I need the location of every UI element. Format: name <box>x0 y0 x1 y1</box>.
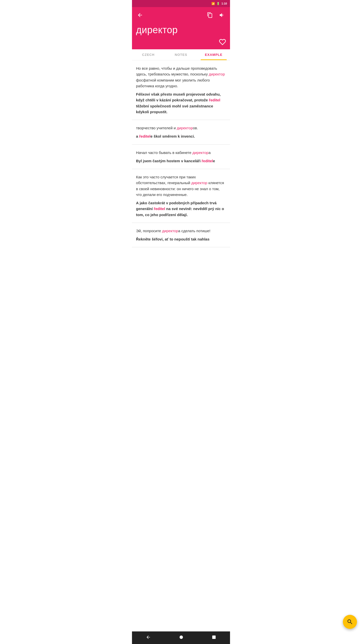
example-item-1: Но все равно, чтобы и дальше проповедова… <box>132 60 230 120</box>
header-top-row <box>136 10 226 24</box>
back-button[interactable] <box>136 11 144 21</box>
highlight-cz-3: ředitel <box>202 159 213 163</box>
header-bottom-row <box>136 38 226 49</box>
example-item-4: Как это часто случается при таких обстоя… <box>132 169 230 223</box>
example-ru-5: Эй, попросите директора сделать потише! <box>136 228 226 234</box>
example-ru-2: творчество учителей и директоров. <box>136 125 226 131</box>
tabs-container: CZECH NOTES EXAMPLE <box>132 49 230 60</box>
content-area: Но все равно, чтобы и дальше проповедова… <box>132 60 230 247</box>
status-bar: 📶 🔋 1:10 <box>132 0 230 7</box>
highlight-ru-5: директор <box>162 229 178 233</box>
header-right-icons <box>206 11 226 21</box>
highlight-cz-4: ředitel <box>154 207 165 211</box>
navigation-bar <box>132 631 230 644</box>
tab-czech[interactable]: CZECH <box>132 49 165 60</box>
sound-button[interactable] <box>218 11 226 21</box>
highlight-ru-3: директор <box>193 150 209 155</box>
example-item-3: Начал часто бывать в кабинете директора … <box>132 145 230 169</box>
network-icon: 📶 <box>211 2 215 5</box>
copy-button[interactable] <box>206 11 214 21</box>
time-display: 1:10 <box>221 2 227 5</box>
word-title: директор <box>136 24 226 38</box>
example-cz-4: A jako častokrát v podobných případech t… <box>136 200 226 218</box>
tab-notes[interactable]: NOTES <box>165 49 197 60</box>
nav-back-button[interactable] <box>141 634 156 642</box>
svg-rect-1 <box>212 635 216 639</box>
example-item-5: Эй, попросите директора сделать потише! … <box>132 223 230 248</box>
example-ru-1: Но все равно, чтобы и дальше проповедова… <box>136 65 226 89</box>
svg-point-0 <box>179 635 183 639</box>
example-cz-1: Félixovi však přesto museli projevovat o… <box>136 91 226 115</box>
tab-example[interactable]: EXAMPLE <box>197 49 230 60</box>
app-header: директор <box>132 7 230 49</box>
highlight-cz-2: ředitel <box>139 134 151 138</box>
example-ru-4: Как это часто случается при таких обстоя… <box>136 174 226 197</box>
example-item-2: творчество учителей и директоров. a ředi… <box>132 120 230 145</box>
battery-icon: 🔋 <box>216 2 220 5</box>
status-icons: 📶 🔋 1:10 <box>211 2 227 5</box>
highlight-ru-2: директор <box>177 126 193 130</box>
nav-home-button[interactable] <box>174 634 189 642</box>
favorite-button[interactable] <box>219 38 226 47</box>
highlight-ru-4: директор <box>191 181 207 185</box>
example-ru-3: Начал часто бывать в кабинете директора <box>136 150 226 155</box>
example-cz-2: a ředitele škol směrem k invenci. <box>136 133 226 139</box>
example-cz-3: Byl jsem častým hostem v kanceláři ředit… <box>136 158 226 164</box>
highlight-cz-1: ředitel <box>209 98 220 102</box>
nav-recents-button[interactable] <box>207 634 221 642</box>
example-cz-5: Řekněte šéfovi, ať to nepouští tak nahla… <box>136 236 226 242</box>
highlight-ru-1: директор <box>209 72 225 76</box>
